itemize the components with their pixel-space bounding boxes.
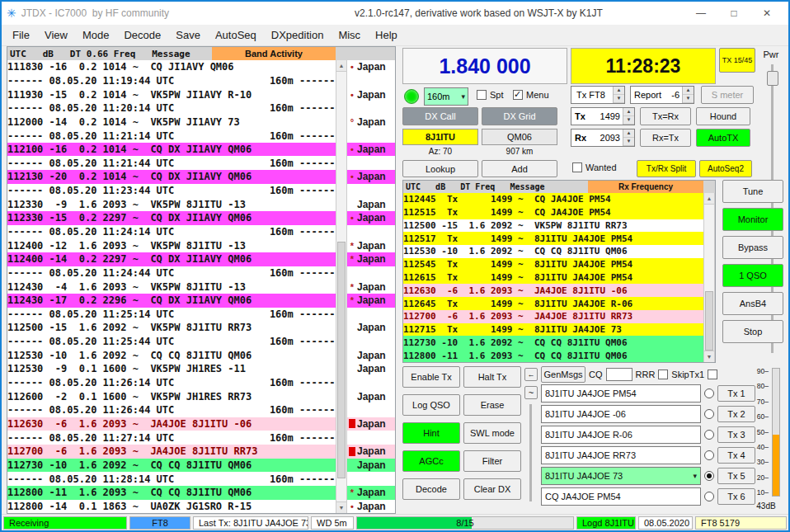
autoseq2-button[interactable]: AutoSeq2 [699, 160, 752, 177]
tx-control-button[interactable]: Enable Tx [402, 366, 460, 388]
tx-control-button[interactable]: Log QSO [402, 394, 460, 416]
dx-call-button[interactable]: DX Call [402, 107, 478, 125]
dx-grid-button[interactable]: DX Grid [482, 107, 557, 125]
close-button[interactable]: ✕ [750, 2, 783, 24]
tx-mode-control[interactable]: Tx FT8 ▲▼ [571, 86, 625, 104]
spt-checkbox[interactable]: Spt [477, 90, 504, 100]
wanted-checkbox[interactable]: Wanted [572, 162, 617, 172]
rx-frequency-scrollbar[interactable]: ▲ ▼ [703, 193, 715, 362]
tx-control-button[interactable]: Clear DX [463, 478, 521, 500]
spinner-arrows-icon[interactable]: ▲▼ [682, 87, 694, 103]
report-spinbox[interactable]: Report -6 ▲▼ [630, 86, 694, 104]
menu-item[interactable]: AutoSeq [208, 26, 264, 45]
tx-control-button[interactable]: Erase [463, 394, 521, 416]
main-action-button[interactable]: Bypass [722, 236, 783, 259]
tx-slot-button[interactable]: Tx 4 [717, 447, 755, 464]
decode-row[interactable]: 112500 -15 1.6 2092 ~ VK5PW 8J1ITU RR73 [403, 219, 703, 233]
decode-row[interactable]: 112630 -6 1.6 2093 ~ JA4JOE 8J1ITU -06 [403, 284, 703, 297]
menu-item[interactable]: Mode [75, 26, 117, 45]
tx-select-radio[interactable] [704, 388, 714, 398]
tx-slot-button[interactable]: Tx 5 [717, 468, 755, 484]
tx-slot-button[interactable]: Tx 1 [717, 385, 755, 402]
tx-select-radio[interactable] [704, 471, 714, 481]
txrx-split-button[interactable]: Tx/Rx Split [637, 160, 696, 177]
menu-item[interactable]: DXpedition [264, 26, 332, 45]
main-action-button[interactable]: Stop [722, 320, 783, 343]
main-action-button[interactable]: 1 QSO [722, 264, 783, 287]
menu-checkbox[interactable]: Menu [513, 90, 549, 100]
minimize-button[interactable]: — [684, 2, 717, 24]
decode-row[interactable]: 112545 Tx 1499 ~ 8J1ITU JA4JOE PM54 [403, 258, 703, 271]
band-select[interactable]: 160m ▾ [424, 87, 468, 106]
lookup-button[interactable]: Lookup [402, 160, 478, 177]
spinner-arrows-icon[interactable]: ▲▼ [623, 108, 634, 125]
maximize-button[interactable]: □ [717, 2, 750, 24]
rrr-checkbox[interactable] [658, 370, 668, 379]
tilde-button[interactable]: ~ [524, 386, 538, 399]
spinner-arrows-icon[interactable]: ▲▼ [613, 87, 624, 103]
tx-control-button[interactable]: AGCc [402, 450, 460, 472]
auto-tx-button[interactable]: AutoTX [696, 129, 750, 147]
decode-row[interactable]: 112645 Tx 1499 ~ 8J1ITU JA4JOE R-06 [403, 297, 703, 310]
arrow-left-icon[interactable]: ← [524, 368, 538, 381]
tx-select-radio[interactable] [704, 492, 714, 501]
tx-select-radio[interactable] [704, 450, 714, 460]
tx-control-button[interactable]: Filter [463, 450, 521, 472]
tx-watchdog-button[interactable]: TX 15/45 [719, 48, 755, 73]
checkbox-icon[interactable] [572, 162, 582, 172]
main-action-button[interactable]: Tune [722, 180, 783, 203]
genmsgs-button[interactable]: GenMsgs [541, 366, 585, 383]
rx-offset-spinbox[interactable]: Rx 2093 ▲▼ [571, 129, 635, 147]
decode-row[interactable]: 112730 -10 1.6 2092 ~ CQ CQ 8J1ITU QM06 [403, 336, 703, 349]
tx-slot-button[interactable]: Tx 3 [717, 426, 755, 443]
menu-item[interactable]: Save [168, 26, 208, 45]
tx-message-field[interactable]: CQ JA4JOE PM54 ▾ [541, 487, 701, 506]
add-button[interactable]: Add [482, 160, 557, 177]
menu-item[interactable]: Decode [116, 26, 168, 45]
checkbox-icon[interactable] [477, 90, 487, 100]
tx-control-button[interactable]: Decode [402, 478, 460, 500]
tx-message-field[interactable]: 8J1ITU JA4JOE RR73 ▾ [541, 446, 701, 464]
scrollbar-thumb[interactable] [705, 291, 713, 351]
rx-eq-tx-button[interactable]: Rx=Tx [640, 129, 691, 147]
tx-offset-spinbox[interactable]: Tx 1499 ▲▼ [571, 107, 635, 125]
tx-slot-button[interactable]: Tx 2 [717, 406, 755, 422]
tx-select-radio[interactable] [704, 409, 714, 419]
decode-row[interactable]: 112445 Tx 1499 ~ CQ JA4JOE PM54 [403, 193, 703, 206]
dx-call-value[interactable]: 8J1ITU [402, 129, 478, 145]
tx-control-button[interactable]: Hint [402, 422, 460, 444]
main-action-button[interactable]: AnsB4 [722, 292, 783, 315]
decode-row[interactable]: 112615 Tx 1499 ~ 8J1ITU JA4JOE PM54 [403, 271, 703, 285]
scrollbar-thumb[interactable] [337, 242, 346, 478]
decode-row[interactable]: 112700 -6 1.6 2093 ~ JA4JOE 8J1ITU RR73 [403, 310, 703, 323]
menu-item[interactable]: File [5, 26, 37, 45]
cq-input[interactable] [606, 368, 632, 381]
s-meter-button[interactable]: S meter [701, 86, 754, 104]
checkbox-checked-icon[interactable] [513, 90, 523, 100]
tx-message-field[interactable]: 8J1ITU JA4JOE -06 ▾ [541, 405, 701, 423]
skip-tx1-checkbox[interactable] [708, 370, 717, 379]
tx-message-field[interactable]: 8J1ITU JA4JOE R-06 ▾ [541, 426, 701, 444]
tx-message-field[interactable]: 8J1ITU JA4JOE 73 ▾ [541, 467, 701, 485]
dx-grid-value[interactable]: QM06 [482, 129, 557, 145]
spinner-arrows-icon[interactable]: ▲▼ [623, 129, 634, 146]
menu-item[interactable]: View [37, 26, 75, 45]
pwr-slider-handle[interactable] [767, 71, 778, 86]
decode-row[interactable]: 112517 Tx 1499 ~ 8J1ITU JA4JOE PM54 [403, 232, 703, 245]
tx-message-field[interactable]: 8J1ITU JA4JOE PM54 ▾ [541, 384, 701, 403]
decode-row[interactable]: 112530 -10 1.6 2092 ~ CQ CQ 8J1ITU QM06 [403, 245, 703, 258]
tx-select-radio[interactable] [704, 430, 714, 440]
tx-control-button[interactable]: Halt Tx [463, 366, 521, 388]
scroll-up-icon[interactable]: ▲ [704, 193, 714, 205]
message-slider[interactable] [529, 404, 532, 501]
tx-control-button[interactable]: SWL mode [463, 422, 521, 444]
scroll-down-icon[interactable]: ▼ [336, 501, 346, 513]
band-activity-scrollbar[interactable]: ▲ ▼ [336, 60, 347, 513]
scroll-down-icon[interactable]: ▼ [704, 351, 714, 362]
main-action-button[interactable]: Monitor [722, 208, 783, 231]
decode-row[interactable]: 112715 Tx 1499 ~ 8J1ITU JA4JOE 73 [403, 323, 703, 337]
decode-row[interactable]: 112515 Tx 1499 ~ CQ JA4JOE PM54 [403, 206, 703, 219]
menu-item[interactable]: Help [368, 26, 405, 45]
menu-item[interactable]: Misc [331, 26, 368, 45]
decode-row[interactable]: 112800 -11 1.6 2093 ~ CQ CQ 8J1ITU QM06 [403, 349, 703, 362]
